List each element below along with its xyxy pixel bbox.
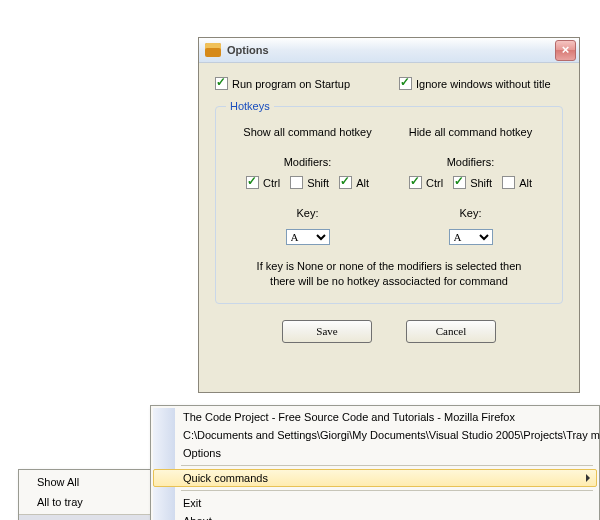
menu-item-show-all[interactable]: Show All xyxy=(19,472,151,492)
menu-item-exit[interactable]: Exit xyxy=(153,494,597,512)
hide-shift-option[interactable]: Shift xyxy=(453,176,492,189)
run-on-startup-checkbox[interactable] xyxy=(215,77,228,90)
show-ctrl-checkbox[interactable] xyxy=(246,176,259,189)
save-button[interactable]: Save xyxy=(282,320,372,343)
tray-context-menu[interactable]: The Code Project - Free Source Code and … xyxy=(150,405,600,520)
menu-item-window-firefox[interactable]: The Code Project - Free Source Code and … xyxy=(153,408,597,426)
show-hotkey-label: Show all command hotkey xyxy=(226,126,389,138)
hide-key-select[interactable]: A xyxy=(449,229,493,245)
tray-submenu[interactable]: Show All All to tray xyxy=(18,469,152,520)
hotkey-note-line1: If key is None or none of the modifiers … xyxy=(257,260,522,272)
titlebar[interactable]: Options × xyxy=(199,38,579,63)
show-shift-checkbox[interactable] xyxy=(290,176,303,189)
modifiers-label-hide: Modifiers: xyxy=(389,156,552,168)
menu-item-about[interactable]: About xyxy=(153,512,597,520)
shift-label: Shift xyxy=(470,177,492,189)
key-label-show: Key: xyxy=(226,207,389,219)
hide-shift-checkbox[interactable] xyxy=(453,176,466,189)
show-hotkey-column: Show all command hotkey Modifiers: Ctrl … xyxy=(226,120,389,245)
options-dialog: Options × Run program on Startup Ignore … xyxy=(198,37,580,393)
show-ctrl-option[interactable]: Ctrl xyxy=(246,176,280,189)
hide-ctrl-option[interactable]: Ctrl xyxy=(409,176,443,189)
menu-separator xyxy=(181,465,593,466)
ctrl-label: Ctrl xyxy=(426,177,443,189)
hide-ctrl-checkbox[interactable] xyxy=(409,176,422,189)
ignore-untitled-option[interactable]: Ignore windows without title xyxy=(399,77,551,90)
menu-item-window-vs[interactable]: C:\Documents and Settings\Giorgi\My Docu… xyxy=(153,426,597,444)
run-on-startup-label: Run program on Startup xyxy=(232,78,350,90)
hide-hotkey-column: Hide all command hotkey Modifiers: Ctrl … xyxy=(389,120,552,245)
close-icon[interactable]: × xyxy=(555,40,576,61)
menu-separator xyxy=(181,490,593,491)
hide-hotkey-label: Hide all command hotkey xyxy=(389,126,552,138)
menu-footer xyxy=(19,514,151,520)
alt-label: Alt xyxy=(519,177,532,189)
ignore-untitled-checkbox[interactable] xyxy=(399,77,412,90)
show-shift-option[interactable]: Shift xyxy=(290,176,329,189)
show-alt-option[interactable]: Alt xyxy=(339,176,369,189)
app-icon xyxy=(205,43,221,57)
hide-alt-checkbox[interactable] xyxy=(502,176,515,189)
window-title: Options xyxy=(227,44,555,56)
menu-item-quick-commands[interactable]: Quick commands xyxy=(153,469,597,487)
ignore-untitled-label: Ignore windows without title xyxy=(416,78,551,90)
menu-item-quick-commands-label: Quick commands xyxy=(183,472,268,484)
modifiers-label-show: Modifiers: xyxy=(226,156,389,168)
hotkey-note: If key is None or none of the modifiers … xyxy=(226,259,552,289)
menu-item-all-to-tray[interactable]: All to tray xyxy=(19,492,151,512)
menu-item-options[interactable]: Options xyxy=(153,444,597,462)
hotkeys-group: Hotkeys Show all command hotkey Modifier… xyxy=(215,100,563,304)
show-alt-checkbox[interactable] xyxy=(339,176,352,189)
shift-label: Shift xyxy=(307,177,329,189)
cancel-button[interactable]: Cancel xyxy=(406,320,496,343)
run-on-startup-option[interactable]: Run program on Startup xyxy=(215,77,391,90)
hotkey-note-line2: there will be no hotkey associacted for … xyxy=(270,275,508,287)
hotkeys-legend: Hotkeys xyxy=(226,100,274,112)
show-key-select[interactable]: A xyxy=(286,229,330,245)
chevron-right-icon xyxy=(586,474,590,482)
hide-alt-option[interactable]: Alt xyxy=(502,176,532,189)
dialog-body: Run program on Startup Ignore windows wi… xyxy=(199,63,579,353)
key-label-hide: Key: xyxy=(389,207,552,219)
alt-label: Alt xyxy=(356,177,369,189)
ctrl-label: Ctrl xyxy=(263,177,280,189)
